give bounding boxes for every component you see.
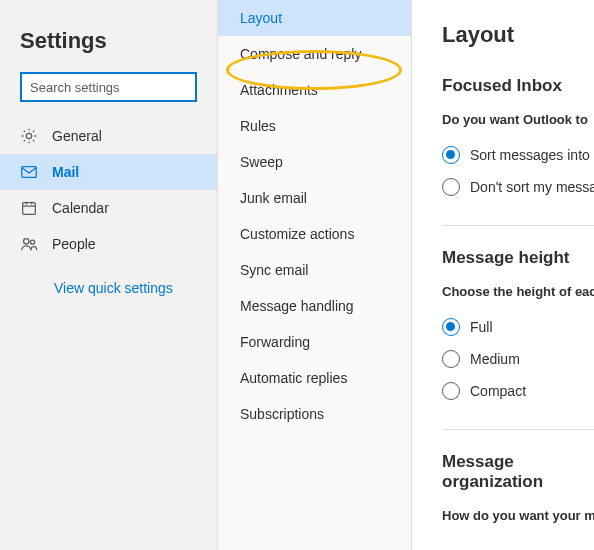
sub-item-attachments[interactable]: Attachments — [218, 72, 411, 108]
sidebar-item-general[interactable]: General — [0, 118, 217, 154]
search-input[interactable] — [20, 72, 197, 102]
sub-item-message-handling[interactable]: Message handling — [218, 288, 411, 324]
radio-label: Full — [470, 319, 493, 335]
message-height-question: Choose the height of each — [442, 284, 594, 299]
sub-item-junk-email[interactable]: Junk email — [218, 180, 411, 216]
sidebar-item-label: General — [52, 128, 102, 144]
detail-header: Layout — [442, 22, 594, 48]
radio-icon — [442, 350, 460, 368]
sub-item-sync-email[interactable]: Sync email — [218, 252, 411, 288]
divider — [442, 225, 594, 226]
svg-rect-2 — [23, 203, 36, 215]
sub-item-rules[interactable]: Rules — [218, 108, 411, 144]
sidebar-item-label: Calendar — [52, 200, 109, 216]
svg-rect-1 — [22, 167, 36, 178]
sub-item-compose-and-reply[interactable]: Compose and reply — [218, 36, 411, 72]
focused-inbox-question: Do you want Outlook to — [442, 112, 594, 127]
sub-item-label: Forwarding — [240, 334, 310, 350]
sub-item-customize-actions[interactable]: Customize actions — [218, 216, 411, 252]
mail-icon — [20, 163, 38, 181]
section-title-focused-inbox: Focused Inbox — [442, 76, 594, 96]
sub-item-subscriptions[interactable]: Subscriptions — [218, 396, 411, 432]
svg-point-0 — [26, 133, 31, 138]
sub-item-forwarding[interactable]: Forwarding — [218, 324, 411, 360]
radio-icon — [442, 382, 460, 400]
detail-pane: Layout Focused Inbox Do you want Outlook… — [412, 0, 594, 550]
search-wrap — [0, 72, 217, 118]
section-title-message-height: Message height — [442, 248, 594, 268]
sub-item-label: Automatic replies — [240, 370, 347, 386]
radio-dont-sort[interactable]: Don't sort my messag — [442, 173, 594, 201]
radio-medium[interactable]: Medium — [442, 345, 594, 373]
radio-label: Don't sort my messag — [470, 179, 594, 195]
sub-item-label: Junk email — [240, 190, 307, 206]
sidebar-item-label: Mail — [52, 164, 79, 180]
radio-icon — [442, 146, 460, 164]
sub-item-label: Compose and reply — [240, 46, 361, 62]
radio-compact[interactable]: Compact — [442, 377, 594, 405]
sidebar-item-mail[interactable]: Mail — [0, 154, 217, 190]
settings-sidebar: Settings General Mail Calendar — [0, 0, 218, 550]
radio-icon — [442, 318, 460, 336]
sub-item-label: Layout — [240, 10, 282, 26]
sidebar-item-calendar[interactable]: Calendar — [0, 190, 217, 226]
sub-item-label: Rules — [240, 118, 276, 134]
radio-full[interactable]: Full — [442, 313, 594, 341]
sidebar-item-label: People — [52, 236, 96, 252]
sub-item-label: Customize actions — [240, 226, 354, 242]
gear-icon — [20, 127, 38, 145]
people-icon — [20, 235, 38, 253]
divider — [442, 429, 594, 430]
svg-point-4 — [31, 240, 35, 244]
radio-label: Medium — [470, 351, 520, 367]
radio-label: Compact — [470, 383, 526, 399]
radio-sort-messages[interactable]: Sort messages into F — [442, 141, 594, 169]
calendar-icon — [20, 199, 38, 217]
sub-item-label: Sweep — [240, 154, 283, 170]
sub-item-sweep[interactable]: Sweep — [218, 144, 411, 180]
sub-item-label: Subscriptions — [240, 406, 324, 422]
sub-item-label: Sync email — [240, 262, 308, 278]
section-title-message-organization: Message organization — [442, 452, 594, 492]
svg-point-3 — [24, 239, 29, 244]
sub-item-label: Message handling — [240, 298, 354, 314]
message-organization-question: How do you want your m — [442, 508, 594, 523]
sub-item-label: Attachments — [240, 82, 318, 98]
settings-title: Settings — [0, 14, 217, 72]
radio-label: Sort messages into F — [470, 147, 594, 163]
sub-item-layout[interactable]: Layout — [218, 0, 411, 36]
radio-icon — [442, 178, 460, 196]
settings-panel: Settings General Mail Calendar — [0, 0, 594, 550]
mail-settings-list: Layout Compose and reply Attachments Rul… — [218, 0, 412, 550]
sidebar-item-people[interactable]: People — [0, 226, 217, 262]
view-quick-settings-link[interactable]: View quick settings — [0, 262, 217, 296]
sub-item-automatic-replies[interactable]: Automatic replies — [218, 360, 411, 396]
